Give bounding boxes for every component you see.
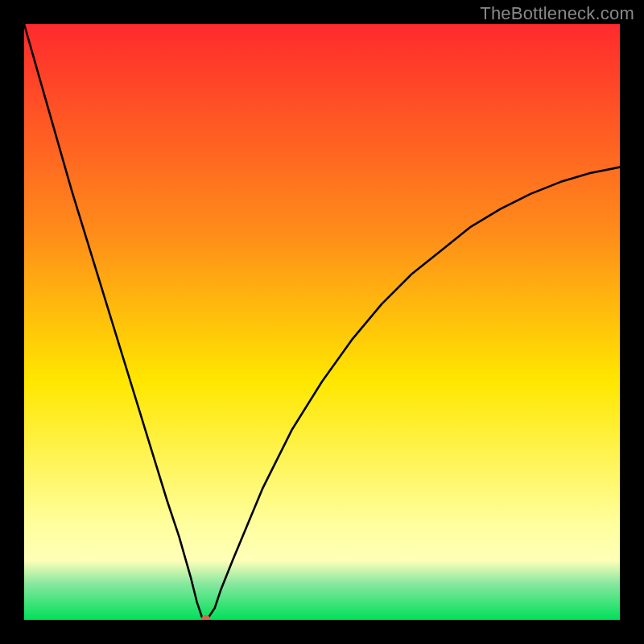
chart-frame: TheBottleneck.com — [0, 0, 644, 644]
chart-svg — [24, 24, 620, 620]
plot-area — [24, 24, 620, 620]
gradient-background — [24, 24, 620, 620]
watermark-text: TheBottleneck.com — [480, 3, 634, 24]
